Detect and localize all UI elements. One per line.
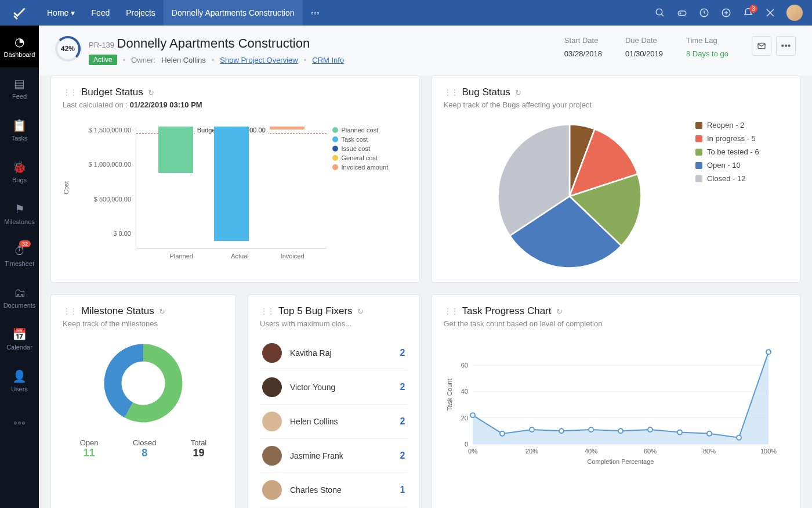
fixer-name: Victor Young bbox=[290, 383, 400, 392]
sidebar-item-label: Timesheet bbox=[5, 260, 34, 267]
nav-item-donnelly-apartments-construction[interactable]: Donnelly Apartments Construction bbox=[164, 0, 303, 26]
svg-text:20: 20 bbox=[461, 415, 467, 421]
svg-point-14 bbox=[500, 431, 505, 436]
legend-label: Reopen - 2 bbox=[707, 121, 744, 129]
budget-bar-actual bbox=[214, 127, 249, 241]
add-icon[interactable] bbox=[720, 7, 732, 19]
fixer-row[interactable]: Charles Stone1 bbox=[260, 473, 408, 507]
bug-pie-chart bbox=[494, 121, 645, 272]
drag-handle-icon[interactable]: ⋮⋮ bbox=[444, 307, 458, 316]
nav-item-feed[interactable]: Feed bbox=[83, 0, 118, 26]
budget-legend: Planned costTask costIssue costGeneral c… bbox=[327, 127, 408, 248]
fixers-list: Kavitha Raj2Victor Young2Helen Collins2J… bbox=[260, 336, 408, 507]
fixer-count: 2 bbox=[400, 451, 405, 461]
fixer-count: 2 bbox=[400, 416, 405, 427]
ms-closed-value: 8 bbox=[133, 447, 156, 459]
sidebar-item-label: Documents bbox=[3, 302, 36, 309]
bug-status-card: ⋮⋮ Bug Status ↻ Keep track of the Bugs a… bbox=[432, 75, 801, 283]
refresh-icon[interactable]: ↻ bbox=[357, 307, 364, 316]
nav-item-projects[interactable]: Projects bbox=[118, 0, 164, 26]
fixer-row[interactable]: Victor Young2 bbox=[260, 370, 408, 405]
y-axis-ticks: $ 1,500,000.00$ 1,000,000.00$ 500,000.00… bbox=[72, 127, 136, 248]
y-axis-label: Cost bbox=[63, 181, 70, 194]
tasks-icon: 📋 bbox=[12, 118, 27, 132]
project-title: Donnelly Apartments Construction bbox=[117, 36, 310, 51]
sidebar-item-label: Milestones bbox=[4, 218, 35, 225]
budget-status-card: ⋮⋮ Budget Status ↻ Last calculated on : … bbox=[50, 75, 420, 283]
svg-point-19 bbox=[648, 427, 652, 432]
drag-handle-icon[interactable]: ⋮⋮ bbox=[63, 88, 77, 97]
svg-point-22 bbox=[737, 435, 741, 440]
sidebar-item-feed[interactable]: ▤Feed bbox=[0, 67, 39, 109]
sidebar-item-tasks[interactable]: 📋Tasks bbox=[0, 109, 39, 151]
sidebar-item-milestones[interactable]: ⚑Milestones bbox=[0, 193, 39, 235]
card-title: Milestone Status bbox=[81, 305, 154, 317]
fixer-row[interactable]: Kavitha Raj2 bbox=[260, 336, 408, 370]
sidebar-item-dashboard[interactable]: ◔Dashboard bbox=[0, 26, 39, 67]
nav-item-home[interactable]: Home ▾ bbox=[39, 0, 83, 26]
fixer-name: Helen Collins bbox=[290, 417, 400, 426]
drag-handle-icon[interactable]: ⋮⋮ bbox=[63, 307, 77, 316]
card-subtitle: Keep track of the Bugs affecting your pr… bbox=[444, 100, 789, 109]
svg-text:60: 60 bbox=[461, 362, 467, 369]
users-icon: 👤 bbox=[12, 369, 27, 383]
progress-indicator: 42% bbox=[55, 36, 81, 62]
milestone-status-card: ⋮⋮ Milestone Status ↻ Keep track of the … bbox=[50, 294, 236, 508]
bar-label: Invoiced bbox=[281, 253, 304, 260]
svg-point-16 bbox=[559, 428, 564, 433]
feed-icon: ▤ bbox=[14, 77, 25, 91]
user-avatar[interactable] bbox=[786, 5, 803, 21]
clock-icon[interactable] bbox=[698, 7, 710, 19]
drag-handle-icon[interactable]: ⋮⋮ bbox=[444, 88, 458, 97]
refresh-icon[interactable]: ↻ bbox=[515, 88, 521, 97]
time-lag-label: Time Lag bbox=[686, 36, 728, 45]
project-id: PR-139 bbox=[89, 41, 114, 49]
legend-label: Closed - 12 bbox=[707, 174, 745, 183]
bell-icon[interactable]: 3 bbox=[742, 7, 754, 19]
notification-badge: 3 bbox=[749, 5, 757, 13]
sidebar-item-label: Users bbox=[11, 385, 28, 392]
more-actions-button[interactable]: ••• bbox=[776, 36, 796, 56]
topbar-actions: 3 bbox=[654, 5, 812, 21]
svg-text:40: 40 bbox=[461, 388, 467, 395]
project-overview-link[interactable]: Show Project Overview bbox=[220, 56, 298, 64]
fixer-count: 1 bbox=[400, 485, 405, 495]
svg-rect-1 bbox=[678, 11, 686, 16]
sidebar-item-bugs[interactable]: 🐞Bugs bbox=[0, 151, 39, 193]
start-date-value: 03/28/2018 bbox=[564, 49, 602, 58]
card-title: Task Progress Chart bbox=[462, 305, 552, 317]
legend-label: Issue cost bbox=[342, 145, 371, 152]
nav-more-icon[interactable]: ◦◦◦ bbox=[303, 8, 328, 17]
refresh-icon[interactable]: ↻ bbox=[159, 307, 165, 316]
user-avatar bbox=[262, 377, 282, 397]
sidebar-item-users[interactable]: 👤Users bbox=[0, 360, 39, 402]
user-avatar bbox=[262, 412, 282, 431]
sidebar-item-label: Bugs bbox=[12, 176, 27, 183]
card-title: Budget Status bbox=[81, 87, 143, 98]
sidebar-item-timesheet[interactable]: ⏱Timesheet32 bbox=[0, 235, 39, 276]
search-icon[interactable] bbox=[654, 7, 666, 19]
legend-label: In progress - 5 bbox=[707, 134, 756, 143]
svg-text:0%: 0% bbox=[468, 448, 477, 455]
sidebar-item-calendar[interactable]: 📅Calendar bbox=[0, 318, 39, 360]
card-subtitle: Users with maximum clos... bbox=[260, 319, 408, 328]
budget-bar-invoiced bbox=[270, 127, 304, 129]
crm-info-link[interactable]: CRM Info bbox=[312, 56, 344, 64]
fixer-row[interactable]: Jasmine Frank2 bbox=[260, 439, 408, 473]
app-logo[interactable] bbox=[0, 5, 39, 20]
mail-button[interactable] bbox=[752, 36, 771, 56]
sidebar-item-documents[interactable]: 🗂Documents bbox=[0, 276, 39, 318]
drag-handle-icon[interactable]: ⋮⋮ bbox=[260, 307, 274, 316]
svg-text:40%: 40% bbox=[584, 448, 597, 455]
card-subtitle: Last calculated on : 01/22/2019 03:10 PM bbox=[63, 100, 408, 109]
bug-legend: Reopen - 2In progress - 5To be tested - … bbox=[695, 121, 788, 272]
game-icon[interactable] bbox=[676, 7, 688, 19]
settings-icon[interactable] bbox=[764, 7, 776, 19]
svg-point-23 bbox=[766, 350, 771, 354]
sidebar-more[interactable]: ◦◦◦ bbox=[0, 402, 39, 444]
refresh-icon[interactable]: ↻ bbox=[556, 307, 563, 316]
refresh-icon[interactable]: ↻ bbox=[148, 88, 154, 97]
milestones-icon: ⚑ bbox=[14, 202, 25, 216]
legend-label: Planned cost bbox=[342, 127, 379, 134]
fixer-row[interactable]: Helen Collins2 bbox=[260, 405, 408, 439]
